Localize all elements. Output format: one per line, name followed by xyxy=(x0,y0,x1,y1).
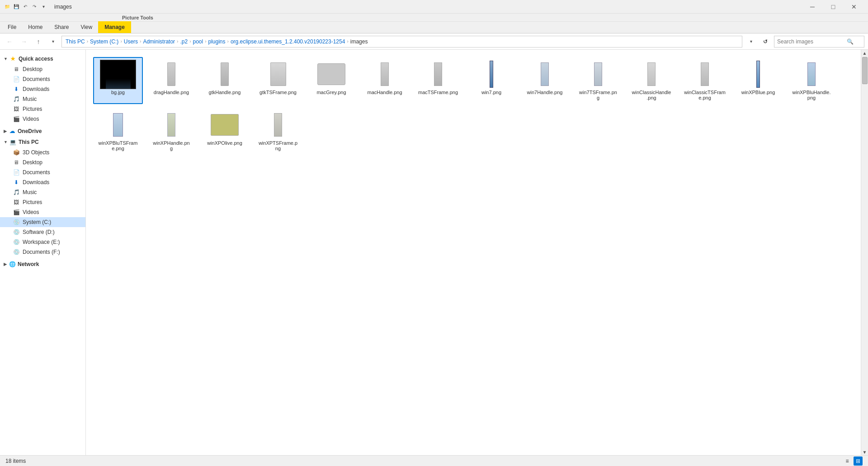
file-item-winclassictsframe[interactable]: winClassicTSFrame.png xyxy=(680,57,730,104)
sidebar-item-3d-objects[interactable]: 📦 3D Objects xyxy=(0,147,85,157)
breadcrumb-arrow[interactable]: ▾ xyxy=(745,36,757,48)
bc-sep-1: › xyxy=(87,39,88,44)
bc-this-pc[interactable]: This PC xyxy=(66,38,85,45)
details-view-button[interactable]: ≡ xyxy=(843,456,852,466)
file-name-gtktsframe: gtkTSFrame.png xyxy=(259,90,297,95)
sidebar-item-pictures[interactable]: 🖼 Pictures xyxy=(0,104,85,114)
documents-icon: 📄 xyxy=(13,76,20,83)
sidebar-item-system-c[interactable]: 💿 System (C:) xyxy=(0,217,85,227)
bc-admin[interactable]: Administrator xyxy=(143,38,175,45)
maximize-button[interactable]: □ xyxy=(823,0,844,14)
large-icons-view-button[interactable]: ⊞ xyxy=(854,456,863,466)
bc-p2[interactable]: .p2 xyxy=(180,38,188,45)
file-name-winxpolive: winXPOlive.png xyxy=(207,140,242,146)
file-item-winxpblue[interactable]: winXPBlue.png xyxy=(733,57,783,104)
bc-sep-3: › xyxy=(140,39,141,44)
scroll-thumb[interactable] xyxy=(862,57,868,84)
file-item-winxpblutsframe[interactable]: winXPBluTSFrame.png xyxy=(93,108,143,155)
back-button[interactable]: ← xyxy=(4,36,15,48)
file-item-winxphandle[interactable]: winXPHandle.png xyxy=(146,108,196,155)
sidebar: ▼ ★ Quick access 🖥 Desktop 📄 Documents ⬇… xyxy=(0,50,86,455)
file-item-macgrey[interactable]: macGrey.png xyxy=(307,57,356,104)
down-arrow-button[interactable]: ▾ xyxy=(47,36,59,48)
file-item-gtktsframe[interactable]: gtkTSFrame.png xyxy=(253,57,303,104)
file-item-bg[interactable]: bg.jpg xyxy=(93,57,143,104)
file-name-machandle: macHandle.png xyxy=(367,90,402,95)
file-item-winxptsframe[interactable]: winXPTSFrame.png xyxy=(253,108,303,155)
sidebar-item-videos2[interactable]: 🎬 Videos xyxy=(0,207,85,217)
file-area[interactable]: bg.jpg dragHandle.png gtkHandle.png xyxy=(86,50,861,455)
search-box[interactable]: 🔍 xyxy=(774,36,864,48)
sidebar-this-pc[interactable]: ▼ 💻 This PC xyxy=(0,137,85,147)
pc-icon: 💻 xyxy=(9,138,17,146)
bc-plugins[interactable]: plugins xyxy=(208,38,226,45)
file-item-machandle[interactable]: macHandle.png xyxy=(360,57,410,104)
bc-pool[interactable]: pool xyxy=(193,38,203,45)
sidebar-item-downloads2[interactable]: ⬇ Downloads xyxy=(0,177,85,187)
save-icon[interactable]: 💾 xyxy=(13,3,20,10)
file-name-winxphandle: winXPHandle.png xyxy=(153,140,189,151)
file-name-winclassichandle: winClassicHandle.png xyxy=(632,90,671,100)
file-item-draghandle[interactable]: dragHandle.png xyxy=(146,57,196,104)
sidebar-label-desktop2: Desktop xyxy=(23,159,42,166)
sidebar-onedrive[interactable]: ▶ ☁ OneDrive xyxy=(0,126,85,137)
sidebar-item-workspace-e[interactable]: 💿 Workspace (E:) xyxy=(0,237,85,247)
breadcrumb[interactable]: This PC › System (C:) › Users › Administ… xyxy=(61,36,742,48)
file-thumb-winxpolive xyxy=(207,111,243,138)
window-title: images xyxy=(54,4,72,10)
sidebar-item-downloads[interactable]: ⬇ Downloads xyxy=(0,84,85,94)
sidebar-item-pictures2[interactable]: 🖼 Pictures xyxy=(0,197,85,207)
sidebar-item-software-d[interactable]: 💿 Software (D:) xyxy=(0,227,85,237)
sidebar-network[interactable]: ▶ 🌐 Network xyxy=(0,259,85,270)
dropdown-icon[interactable]: ▾ xyxy=(40,3,47,10)
file-item-gtkhandle[interactable]: gtkHandle.png xyxy=(200,57,250,104)
bc-users[interactable]: Users xyxy=(124,38,138,45)
search-icon[interactable]: 🔍 xyxy=(847,38,854,45)
up-button[interactable]: ↑ xyxy=(33,36,44,48)
sidebar-item-documents2[interactable]: 📄 Documents xyxy=(0,167,85,177)
close-button[interactable]: ✕ xyxy=(844,0,864,14)
refresh-button[interactable]: ↺ xyxy=(760,36,771,48)
forward-button[interactable]: → xyxy=(18,36,30,48)
redo-icon[interactable]: ↷ xyxy=(31,3,38,10)
system-c-icon: 💿 xyxy=(13,219,20,226)
vertical-scrollbar[interactable]: ▲ ▼ xyxy=(861,50,868,455)
sidebar-item-documents-f[interactable]: 💿 Documents (F:) xyxy=(0,247,85,257)
undo-icon[interactable]: ↶ xyxy=(22,3,29,10)
file-item-winxpbluhandle[interactable]: winXPBluHandle.png xyxy=(787,57,836,104)
scroll-up-button[interactable]: ▲ xyxy=(862,50,868,56)
network-icon: 🌐 xyxy=(9,261,16,268)
file-name-draghandle: dragHandle.png xyxy=(154,90,189,95)
file-item-mactsframe[interactable]: macTSFrame.png xyxy=(413,57,463,104)
bc-images: images xyxy=(350,38,368,45)
sidebar-item-desktop[interactable]: 🖥 Desktop xyxy=(0,64,85,74)
tab-manage[interactable]: Manage xyxy=(98,21,131,33)
tab-file[interactable]: File xyxy=(2,21,22,33)
sidebar-quick-access[interactable]: ▼ ★ Quick access xyxy=(0,53,85,64)
bc-eclipse[interactable]: org.eclipse.ui.themes_1.2.400.v20190223-… xyxy=(231,38,345,45)
sidebar-item-music[interactable]: 🎵 Music xyxy=(0,94,85,104)
sidebar-label-system-c: System (C:) xyxy=(23,219,51,225)
search-input[interactable] xyxy=(777,38,845,45)
quick-access-arrow: ▼ xyxy=(4,57,8,61)
file-name-macgrey: macGrey.png xyxy=(316,90,346,95)
tab-home[interactable]: Home xyxy=(22,21,48,33)
tab-share[interactable]: Share xyxy=(48,21,75,33)
scroll-down-button[interactable]: ▼ xyxy=(862,449,868,455)
sidebar-item-music2[interactable]: 🎵 Music xyxy=(0,187,85,197)
file-item-win7tsframe[interactable]: win7TSFrame.png xyxy=(573,57,623,104)
title-bar-icons: 📁 💾 ↶ ↷ ▾ xyxy=(4,3,47,10)
sidebar-item-documents[interactable]: 📄 Documents xyxy=(0,74,85,84)
file-name-winxpblue: winXPBlue.png xyxy=(741,90,775,95)
file-item-winxpolive[interactable]: winXPOlive.png xyxy=(200,108,250,155)
file-item-win7[interactable]: win7.png xyxy=(467,57,516,104)
file-item-winclassichandle[interactable]: winClassicHandle.png xyxy=(627,57,676,104)
tab-view[interactable]: View xyxy=(75,21,98,33)
bc-system-c[interactable]: System (C:) xyxy=(90,38,118,45)
sidebar-item-desktop2[interactable]: 🖥 Desktop xyxy=(0,157,85,167)
sidebar-label-music: Music xyxy=(23,96,37,102)
downloads-icon: ⬇ xyxy=(13,86,20,93)
file-item-win7handle[interactable]: win7Handle.png xyxy=(520,57,570,104)
minimize-button[interactable]: ─ xyxy=(802,0,823,14)
sidebar-item-videos[interactable]: 🎬 Videos xyxy=(0,114,85,124)
